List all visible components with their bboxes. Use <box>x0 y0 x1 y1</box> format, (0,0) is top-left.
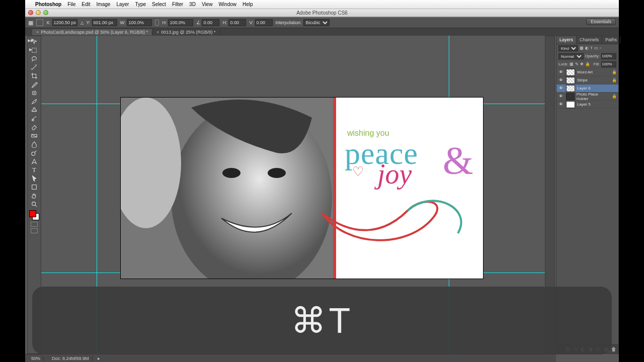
menu-view[interactable]: View <box>202 2 213 7</box>
document-canvas[interactable]: wishing you peace & joy ♡ <box>121 98 483 279</box>
filter-pixel-icon[interactable]: ▦ <box>580 46 584 50</box>
layer-name: Layer 6 <box>577 86 591 90</box>
window-title: Adobe Photoshop CS6 <box>296 10 348 16</box>
visibility-icon[interactable]: 👁 <box>558 69 564 75</box>
filter-adjust-icon[interactable]: ◐ <box>585 46 589 50</box>
menu-help[interactable]: Help <box>243 2 253 7</box>
wand-tool-icon[interactable] <box>29 63 40 71</box>
transform-tool-icon[interactable]: ▦ <box>28 20 33 26</box>
close-tab-icon[interactable]: × <box>36 30 39 35</box>
dodge-tool-icon[interactable] <box>29 148 40 157</box>
h-input[interactable] <box>168 19 193 26</box>
menu-filter[interactable]: Filter <box>172 2 183 7</box>
path-select-icon[interactable] <box>29 174 40 183</box>
menu-image[interactable]: Image <box>97 2 111 7</box>
x-label: X: <box>46 20 51 25</box>
hand-tool-icon[interactable] <box>29 191 40 200</box>
triangle-icon[interactable]: △ <box>80 21 84 25</box>
window-titlebar: Adobe Photoshop CS6 <box>25 9 619 17</box>
eraser-tool-icon[interactable] <box>29 123 40 131</box>
skew-v-input[interactable] <box>255 19 273 26</box>
menu-window[interactable]: Window <box>218 2 236 7</box>
layer-thumb <box>566 93 575 100</box>
menu-3d[interactable]: 3D <box>189 2 196 7</box>
filter-shape-icon[interactable]: ▭ <box>594 46 598 50</box>
layer-name: Photo Place Holder <box>577 92 610 101</box>
visibility-icon[interactable]: 👁 <box>558 94 564 100</box>
eyedropper-tool-icon[interactable] <box>29 80 40 88</box>
panel-tab-channels[interactable]: Channels <box>577 36 602 44</box>
layer-thumb <box>566 101 575 108</box>
lock-paint-icon[interactable]: ✎ <box>575 62 579 66</box>
zoom-level[interactable]: 50% <box>28 356 44 361</box>
lock-pos-icon[interactable]: ✥ <box>580 62 584 66</box>
menu-type[interactable]: Type <box>135 2 146 7</box>
menu-select[interactable]: Select <box>152 2 166 7</box>
layer-item[interactable]: 👁 Word Art 🔒 <box>556 68 618 76</box>
filter-kind-select[interactable]: Kind <box>558 45 578 51</box>
type-tool-icon[interactable]: T <box>29 165 40 174</box>
doc-tab-2[interactable]: ×0013.jpg @ 25% (RGB/8) * <box>152 29 220 35</box>
x-input[interactable] <box>52 19 77 26</box>
screenmode-icon[interactable] <box>31 228 38 233</box>
fill-input[interactable] <box>601 61 616 67</box>
layer-item[interactable]: 👁 Stripe 🔒 <box>556 76 618 84</box>
pen-tool-icon[interactable] <box>29 157 40 165</box>
lock-icon: 🔒 <box>612 94 617 99</box>
shape-tool-icon[interactable] <box>29 183 40 191</box>
close-tab-icon[interactable]: × <box>156 30 159 35</box>
link-wh-icon[interactable] <box>155 20 159 26</box>
blend-mode-select[interactable]: Normal <box>558 53 584 59</box>
w-input[interactable] <box>127 19 152 26</box>
collapse-panels-icon[interactable]: ▸ <box>27 46 34 53</box>
layer-name: Word Art <box>577 70 593 74</box>
panel-tab-paths[interactable]: Paths <box>602 36 620 44</box>
layer-item[interactable]: 👁 Photo Place Holder 🔒 <box>556 93 618 101</box>
filter-type-icon[interactable]: T <box>590 46 593 50</box>
history-brush-icon[interactable] <box>29 114 40 123</box>
expand-panels-icon[interactable]: ▸▸ <box>27 37 34 44</box>
mac-menubar: Photoshop File Edit Image Layer Type Sel… <box>25 0 619 9</box>
visibility-icon[interactable]: 👁 <box>558 77 564 83</box>
w-label: W: <box>120 20 126 25</box>
menu-edit[interactable]: Edit <box>82 2 90 7</box>
workspace-switcher[interactable]: Essentials <box>586 18 616 25</box>
status-arrow-icon[interactable]: ▸ <box>98 356 100 361</box>
interpolation-select[interactable]: Bicubic <box>303 19 330 26</box>
zoom-window-icon[interactable] <box>43 10 48 15</box>
doc-tab-1[interactable]: ×PhotoCardLandscape.psd @ 50% (Layer 6, … <box>32 29 152 35</box>
filter-smart-icon[interactable]: ▫ <box>600 46 601 50</box>
panel-tab-layers[interactable]: Layers <box>556 36 577 44</box>
layer-filter-row: Kind ▦ ◐ T ▭ ▫ <box>556 44 618 52</box>
close-window-icon[interactable] <box>28 10 33 15</box>
doc-size[interactable]: Doc: 8.24M/69.9M <box>49 356 93 361</box>
visibility-icon[interactable]: 👁 <box>558 102 564 108</box>
fg-color-icon[interactable] <box>29 210 36 217</box>
skew-h-input[interactable] <box>228 19 246 26</box>
color-swatches[interactable] <box>29 210 39 220</box>
lock-trans-icon[interactable]: ▦ <box>570 62 574 66</box>
opacity-input[interactable] <box>601 53 616 59</box>
trash-icon[interactable]: 🗑 <box>611 346 616 352</box>
menu-layer[interactable]: Layer <box>116 2 129 7</box>
layer-item[interactable]: 👁 Layer 5 <box>556 101 618 109</box>
menu-app-name[interactable]: Photoshop <box>35 2 61 7</box>
reference-point-icon[interactable] <box>36 19 43 26</box>
lock-all-icon[interactable]: 🔒 <box>585 62 590 66</box>
layer-thumb <box>566 85 575 92</box>
stamp-tool-icon[interactable] <box>29 106 40 114</box>
crop-tool-icon[interactable] <box>29 71 40 80</box>
blur-tool-icon[interactable] <box>29 140 40 148</box>
healing-tool-icon[interactable] <box>29 88 40 97</box>
angle-input[interactable] <box>202 19 219 26</box>
zoom-tool-icon[interactable] <box>29 200 40 208</box>
lasso-tool-icon[interactable] <box>29 54 40 63</box>
menu-file[interactable]: File <box>67 2 75 7</box>
gradient-tool-icon[interactable] <box>29 131 40 140</box>
bw-photo <box>121 98 335 279</box>
minimize-window-icon[interactable] <box>36 10 41 15</box>
brush-tool-icon[interactable] <box>29 97 40 106</box>
y-input[interactable] <box>92 19 117 26</box>
quickmask-icon[interactable] <box>31 222 38 227</box>
visibility-icon[interactable]: 👁 <box>558 85 564 92</box>
